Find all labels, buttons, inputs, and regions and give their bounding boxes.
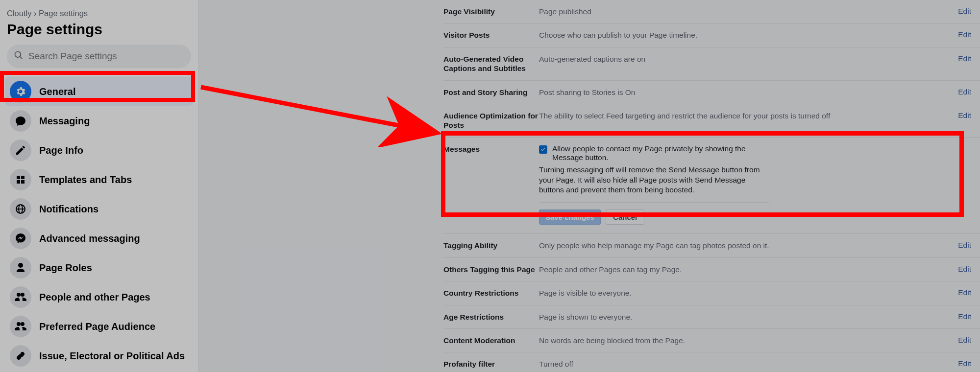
row-label: Country Restrictions xyxy=(443,288,539,298)
people-icon xyxy=(10,316,31,337)
row-value: Page is shown to everyone. xyxy=(539,312,953,322)
row-value: Auto-generated captions are on xyxy=(539,54,953,64)
sidebar-item-preferred-audience[interactable]: Preferred Page Audience xyxy=(5,312,193,341)
sidebar-item-label: Templates and Tabs xyxy=(39,174,132,186)
row-value: The ability to select Feed targeting and… xyxy=(539,111,953,120)
row-value: Only people who help manage my Page can … xyxy=(539,241,953,250)
page-settings-screen: Cloutly › Page settings Page settings Ge… xyxy=(0,0,980,372)
edit-link[interactable]: Edit xyxy=(958,312,971,321)
search-field[interactable] xyxy=(7,45,191,68)
row-value: People and other Pages can tag my Page. xyxy=(539,265,953,274)
edit-link[interactable]: Edit xyxy=(958,336,971,344)
save-changes-button[interactable]: Save changes xyxy=(539,209,601,225)
sidebar-item-label: People and other Pages xyxy=(39,292,150,303)
sidebar-item-page-info[interactable]: Page Info xyxy=(5,136,193,165)
sidebar-item-general[interactable]: General xyxy=(5,77,193,106)
sidebar-item-templates-tabs[interactable]: Templates and Tabs xyxy=(5,165,193,194)
general-settings-table: Page Visibility Page published Edit Visi… xyxy=(443,0,980,372)
sidebar-item-label: Page Info xyxy=(39,145,83,156)
row-label: Profanity filter xyxy=(443,359,539,369)
breadcrumb[interactable]: Cloutly › Page settings xyxy=(5,8,193,21)
cancel-button[interactable]: Cancel xyxy=(606,209,644,225)
row-value: Post sharing to Stories is On xyxy=(539,88,953,97)
sidebar-item-page-roles[interactable]: Page Roles xyxy=(5,253,193,282)
person-icon xyxy=(10,257,31,279)
pencil-icon xyxy=(10,140,31,161)
sidebar-item-label: Notifications xyxy=(39,204,98,215)
row-post-story-sharing: Post and Story Sharing Post sharing to S… xyxy=(443,81,980,104)
row-value: Turned off xyxy=(539,359,953,369)
sidebar-item-label: Issue, Electoral or Political Ads xyxy=(39,350,185,362)
row-auto-captions: Auto-Generated Video Captions and Subtit… xyxy=(443,47,980,81)
sidebar: Cloutly › Page settings Page settings Ge… xyxy=(0,0,198,372)
row-label: Content Moderation xyxy=(443,336,539,345)
edit-link[interactable]: Edit xyxy=(958,7,971,15)
sidebar-item-label: General xyxy=(39,86,75,97)
row-label: Age Restrictions xyxy=(443,312,539,322)
row-messages-expanded: Messages Allow people to contact my Page… xyxy=(443,138,980,234)
row-label: Audience Optimization for Posts xyxy=(443,111,539,130)
edit-link[interactable]: Edit xyxy=(958,241,971,249)
gear-icon xyxy=(10,81,31,102)
sidebar-item-advanced-messaging[interactable]: Advanced messaging xyxy=(5,224,193,253)
search-icon xyxy=(14,50,24,62)
row-country-restrictions: Country Restrictions Page is visible to … xyxy=(443,281,980,305)
sidebar-item-label: Page Roles xyxy=(39,262,92,274)
search-input[interactable] xyxy=(28,51,184,62)
annotation-arrow xyxy=(198,78,448,147)
sidebar-item-political-ads[interactable]: Issue, Electoral or Political Ads xyxy=(5,341,193,371)
row-label: Auto-Generated Video Captions and Subtit… xyxy=(443,54,539,73)
row-value: No words are being blocked from the Page… xyxy=(539,336,953,345)
edit-link[interactable]: Edit xyxy=(958,265,971,273)
row-label: Others Tagging this Page xyxy=(443,265,539,274)
sidebar-item-label: Messaging xyxy=(39,116,90,127)
row-age-restrictions: Age Restrictions Page is shown to everyo… xyxy=(443,305,980,329)
messages-note: Turning messaging off will remove the Se… xyxy=(539,165,769,196)
edit-link[interactable]: Edit xyxy=(958,359,971,368)
row-others-tagging: Others Tagging this Page People and othe… xyxy=(443,258,980,281)
checkbox-checked-icon[interactable] xyxy=(539,145,547,154)
row-value: Choose who can publish to your Page time… xyxy=(539,30,953,40)
sidebar-item-people-pages[interactable]: People and other Pages xyxy=(5,282,193,312)
row-content-moderation: Content Moderation No words are being bl… xyxy=(443,329,980,352)
row-label: Post and Story Sharing xyxy=(443,88,539,97)
row-label: Messages xyxy=(443,144,539,154)
row-profanity-filter: Profanity filter Turned off Edit xyxy=(443,352,980,372)
row-label: Page Visibility xyxy=(443,7,539,16)
grid-icon xyxy=(10,169,31,190)
people-icon xyxy=(10,286,31,308)
messages-checkbox-row[interactable]: Allow people to contact my Page privatel… xyxy=(539,144,769,162)
edit-link[interactable]: Edit xyxy=(958,88,971,96)
divider xyxy=(539,202,769,203)
row-value: Page published xyxy=(539,7,953,16)
row-label: Tagging Ability xyxy=(443,241,539,250)
edit-link[interactable]: Edit xyxy=(958,111,971,119)
row-page-visibility: Page Visibility Page published Edit xyxy=(443,0,980,23)
sidebar-item-label: Advanced messaging xyxy=(39,233,140,244)
row-visitor-posts: Visitor Posts Choose who can publish to … xyxy=(443,23,980,47)
row-tagging-ability: Tagging Ability Only people who help man… xyxy=(443,234,980,257)
link-icon xyxy=(10,345,31,367)
messenger-icon xyxy=(10,228,31,249)
chat-icon xyxy=(10,110,31,132)
globe-icon xyxy=(10,198,31,220)
page-title: Page settings xyxy=(5,21,193,45)
sidebar-item-notifications[interactable]: Notifications xyxy=(5,194,193,224)
sidebar-item-label: Preferred Page Audience xyxy=(39,321,155,332)
edit-link[interactable]: Edit xyxy=(958,54,971,63)
row-label: Visitor Posts xyxy=(443,30,539,40)
edit-link[interactable]: Edit xyxy=(958,288,971,297)
edit-link[interactable]: Edit xyxy=(958,30,971,39)
svg-line-0 xyxy=(201,87,434,132)
messages-checkbox-label: Allow people to contact my Page privatel… xyxy=(552,144,769,162)
row-value: Page is visible to everyone. xyxy=(539,288,953,298)
sidebar-item-messaging[interactable]: Messaging xyxy=(5,106,193,136)
row-audience-optimization: Audience Optimization for Posts The abil… xyxy=(443,104,980,138)
